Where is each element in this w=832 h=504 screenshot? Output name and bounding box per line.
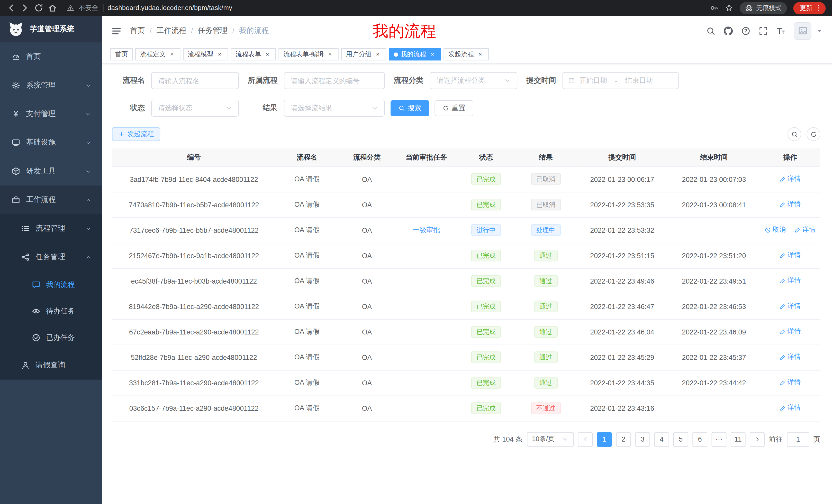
sidebar-item-todo-tasks[interactable]: 待办任务 [0,298,102,325]
breadcrumb-item[interactable]: 首页 [130,26,145,35]
sidebar-item-home[interactable]: 首页 [0,43,102,71]
filter-row-1: 流程名 所属流程 流程分类 请选择流程分类 [112,72,820,89]
security-warning-icon[interactable] [67,4,74,12]
sidebar-item-workflow[interactable]: 工作流程 [0,186,102,214]
detail-action[interactable]: 详情 [780,353,801,362]
menu-dots-icon[interactable] [815,4,823,12]
result-badge: 已取消 [531,199,561,211]
tab-3[interactable]: 流程表单 × [231,48,276,60]
sidebar-item-system[interactable]: 系统管理 [0,71,102,100]
start-process-button[interactable]: 发起流程 [112,127,160,141]
submit-time-range[interactable]: 开始日期 - 结束日期 [563,72,679,89]
close-icon[interactable]: × [264,51,271,58]
cancel-action[interactable]: 取消 [765,226,786,234]
category-select[interactable]: 请选择流程分类 [430,72,518,89]
pager-page-1[interactable]: 1 [597,432,612,447]
pager-page-11[interactable]: 11 [731,432,746,447]
help-icon[interactable] [741,26,750,35]
pager-prev-button[interactable] [578,432,593,447]
detail-action[interactable]: 详情 [780,327,801,336]
browser-forward-icon[interactable] [20,3,30,12]
detail-action[interactable]: 详情 [780,276,801,285]
status-badge: 已完成 [471,250,501,261]
current-task-link[interactable]: 一级审批 [413,226,440,234]
font-size-icon[interactable] [776,26,785,35]
close-icon[interactable]: × [168,51,176,58]
reset-button[interactable]: 重置 [435,100,473,116]
bookmark-star-icon[interactable] [725,4,733,12]
column-header: 提交时间 [576,148,668,166]
tools-icon [11,167,20,175]
tab-6[interactable]: 我的流程 × [389,48,441,60]
status-select[interactable]: 请选择状态 [151,100,239,117]
cell-submit-time: 2022-01-22 23:45:29 [576,344,668,370]
close-icon[interactable]: × [326,51,334,58]
result-select[interactable]: 请选择流结果 [284,100,385,117]
pager-more-button[interactable]: ··· [712,432,727,447]
logo[interactable]: 芋道管理系统 [0,16,102,43]
avatar-caret-icon[interactable] [816,28,823,34]
date-separator: - [615,77,617,85]
tab-5[interactable]: 用户分组 × [341,48,386,60]
process-name-input[interactable] [151,72,239,89]
sidebar-item-done-tasks[interactable]: 已办任务 [0,325,102,351]
tab-0[interactable]: 首页 [110,48,133,60]
table-search-icon[interactable] [787,127,801,141]
breadcrumb-item[interactable]: 工作流程 [157,26,186,35]
pager-page-4[interactable]: 4 [654,432,669,447]
owner-process-input[interactable] [284,72,385,89]
url-text[interactable]: dashboard.yudao.iocoder.cn/bpm/task/my [107,4,232,12]
close-icon[interactable]: × [216,51,224,58]
breadcrumb-item[interactable]: 任务管理 [198,26,228,35]
detail-action[interactable]: 详情 [794,226,815,234]
tab-4[interactable]: 流程表单-编辑 × [279,48,338,60]
sidebar-item-my-process[interactable]: 我的流程 [0,272,102,298]
search-button[interactable]: 搜索 [391,100,430,116]
pager-page-2[interactable]: 2 [616,432,631,447]
detail-action[interactable]: 详情 [780,175,801,184]
sidebar-item-infrastructure[interactable]: 基础设施 [0,128,102,157]
github-icon[interactable] [724,26,733,35]
detail-action[interactable]: 详情 [780,302,801,311]
breadcrumb: 首页/工作流程/任务管理/我的流程 [130,26,269,35]
user-avatar[interactable] [794,22,811,39]
browser-home-icon[interactable] [48,3,57,12]
table-row: 3ad174fb-7b9d-11ec-8404-acde48001122 OA … [112,166,820,192]
page-size-select[interactable]: 10条/页 [527,432,574,447]
sidebar-item-label: 已办任务 [46,333,75,342]
table-row: 52ffd28e-7b9a-11ec-a290-acde48001122 OA … [112,344,820,370]
detail-action[interactable]: 详情 [780,403,801,413]
jump-page-input[interactable] [787,432,809,447]
detail-action[interactable]: 详情 [780,251,801,260]
close-icon[interactable]: × [374,51,382,58]
tab-7[interactable]: 发起流程 × [443,48,489,60]
table-refresh-icon[interactable] [807,127,821,141]
filter-owner-process: 所属流程 [244,72,385,89]
sidebar-item-payment[interactable]: 支付管理 [0,100,102,128]
sidebar-item-process-mgmt[interactable]: 流程管理 [0,214,102,243]
close-icon[interactable]: × [429,51,436,58]
header-search-icon[interactable] [706,26,715,35]
sidebar-toggle-icon[interactable] [111,26,121,36]
column-header: 流程分类 [338,148,396,166]
tab-2[interactable]: 流程模型 × [183,48,228,60]
pager-page-3[interactable]: 3 [635,432,650,447]
detail-action[interactable]: 详情 [780,200,801,209]
detail-action[interactable]: 详情 [780,378,801,387]
password-key-icon[interactable] [710,4,718,12]
browser-reload-icon[interactable] [34,3,44,12]
pager-next-button[interactable] [750,432,765,447]
sidebar-item-leave-query[interactable]: 请假查询 [0,351,102,380]
close-icon[interactable]: × [476,51,484,58]
fullscreen-icon[interactable] [759,26,768,35]
browser-back-icon[interactable] [6,3,16,12]
pager-page-6[interactable]: 6 [693,432,707,447]
cell-current-task: 一级审批 [396,217,457,243]
sidebar-item-devtools[interactable]: 研发工具 [0,157,102,186]
tab-1[interactable]: 流程定义 × [135,48,180,60]
address-bar[interactable]: 不安全 dashboard.yudao.iocoder.cn/bpm/task/… [67,3,706,12]
sidebar-item-task-mgmt[interactable]: 任务管理 [0,243,102,271]
cell-process-name: OA 请假 [276,370,338,396]
update-button[interactable]: 更新 [793,2,826,14]
pager-page-5[interactable]: 5 [673,432,688,447]
